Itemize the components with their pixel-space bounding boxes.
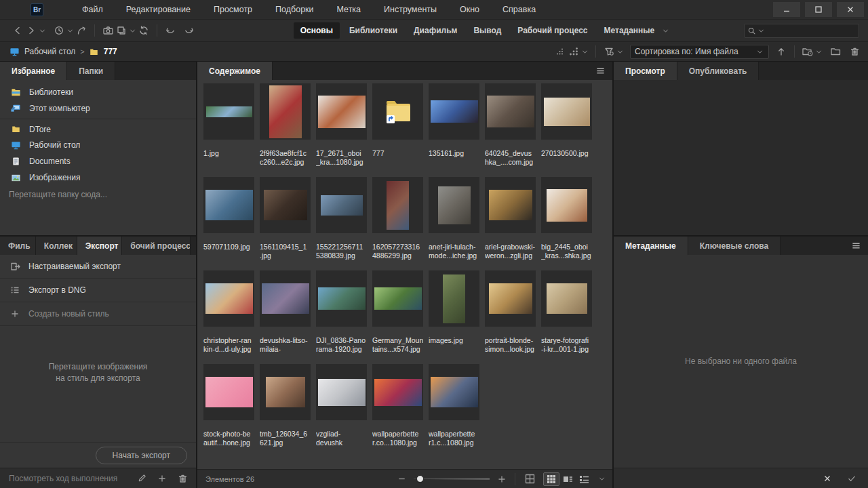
- image-thumbnail[interactable]: [203, 177, 254, 233]
- image-thumbnail[interactable]: [372, 270, 423, 327]
- image-thumbnail[interactable]: [485, 83, 536, 140]
- sidebar-item[interactable]: Изображения: [0, 169, 196, 186]
- export-tab[interactable]: Коллек: [36, 237, 77, 255]
- copy-files-icon[interactable]: [115, 24, 128, 37]
- favorites-tab[interactable]: Избранное: [0, 62, 67, 80]
- export-tab[interactable]: Экспорт: [77, 237, 123, 255]
- export-preset-item[interactable]: Настраиваемый экспорт: [0, 255, 196, 279]
- filter-chevron-icon[interactable]: [616, 45, 625, 58]
- maximize-button[interactable]: [805, 2, 832, 17]
- minimize-button[interactable]: [773, 2, 800, 17]
- close-button[interactable]: [837, 2, 864, 17]
- grid-item[interactable]: big_2445_oboi _kras...shka.jpg: [541, 177, 592, 260]
- content-panel-menu-icon[interactable]: [593, 64, 607, 78]
- sort-dropdown[interactable]: Сортировка по: Имя файла: [630, 45, 769, 59]
- camera-import-icon[interactable]: [101, 24, 115, 37]
- delete-icon[interactable]: [848, 45, 861, 58]
- image-thumbnail[interactable]: [260, 83, 311, 140]
- search-input[interactable]: [766, 26, 856, 35]
- panel-menu-icon[interactable]: [849, 239, 863, 253]
- image-thumbnail[interactable]: [541, 177, 592, 233]
- image-thumbnail[interactable]: [316, 364, 367, 420]
- new-folder-icon[interactable]: [829, 45, 842, 58]
- menu-item[interactable]: Файл: [71, 1, 115, 18]
- metadata-tab[interactable]: Ключевые слова: [688, 237, 781, 255]
- undo-icon[interactable]: [163, 24, 177, 37]
- folder-thumbnail[interactable]: [372, 83, 423, 140]
- sidebar-item[interactable]: Этот компьютер: [0, 100, 196, 117]
- image-thumbnail[interactable]: [541, 83, 592, 140]
- redo-icon[interactable]: [182, 24, 196, 37]
- grid-item[interactable]: wallpaperbette r.co...1080.jpg: [372, 364, 423, 447]
- grid-item[interactable]: 270130500.jpg: [541, 83, 592, 167]
- favorites-tab[interactable]: Папки: [67, 62, 115, 80]
- delete-preset-icon[interactable]: [176, 472, 189, 485]
- menu-item[interactable]: Редактирование: [115, 1, 202, 18]
- view-progress-link[interactable]: Посмотреть ход выполнения: [9, 474, 117, 483]
- image-thumbnail[interactable]: [260, 364, 311, 420]
- breadcrumb-current[interactable]: 777: [104, 47, 117, 56]
- image-thumbnail[interactable]: [316, 177, 367, 233]
- grid-view-button[interactable]: [543, 472, 559, 486]
- grid-item[interactable]: 17_2671_oboi _kra...1080.jpg: [316, 83, 367, 167]
- thumbnail-smaller-icon[interactable]: [395, 472, 408, 486]
- grid-item[interactable]: starye-fotografi -i-kr...001-1.jpg: [541, 270, 592, 354]
- edit-preset-icon[interactable]: [135, 472, 149, 485]
- grid-item[interactable]: 1.jpg: [203, 83, 254, 167]
- image-thumbnail[interactable]: [429, 270, 479, 327]
- grid-item[interactable]: christopher-ran kin-d...d-uly.jpg: [203, 270, 254, 354]
- sync-icon[interactable]: [137, 24, 151, 37]
- search-scope-chevron-icon[interactable]: [757, 24, 766, 37]
- image-thumbnail[interactable]: [203, 270, 254, 327]
- export-tab[interactable]: Филь: [0, 237, 36, 255]
- image-thumbnail[interactable]: [429, 364, 479, 420]
- menu-item[interactable]: Справка: [491, 1, 547, 18]
- image-thumbnail[interactable]: [203, 364, 254, 420]
- image-thumbnail[interactable]: [203, 83, 254, 140]
- workspace-tab[interactable]: Вывод: [467, 22, 508, 39]
- grid-item[interactable]: portrait-blonde- simon...look.jpg: [485, 270, 536, 354]
- image-thumbnail[interactable]: [316, 270, 367, 327]
- preview-quality-icon[interactable]: [567, 45, 580, 58]
- copy-files-chevron-icon[interactable]: [128, 24, 137, 37]
- menu-item[interactable]: Подборки: [264, 1, 325, 18]
- grid-item[interactable]: 640245_devus hka_....com.jpg: [485, 83, 536, 167]
- preview-tab[interactable]: Просмотр: [614, 62, 677, 80]
- recent-folders-icon[interactable]: [801, 45, 814, 58]
- metadata-tab[interactable]: Метаданные: [614, 237, 688, 255]
- export-preset-item[interactable]: Экспорт в DNG: [0, 279, 196, 302]
- slider-knob[interactable]: [416, 475, 424, 483]
- image-thumbnail[interactable]: [260, 270, 311, 327]
- image-thumbnail[interactable]: [485, 177, 536, 233]
- workspace-tab[interactable]: Рабочий процесс: [511, 22, 594, 39]
- image-thumbnail[interactable]: [260, 177, 311, 233]
- list-view-button[interactable]: [576, 472, 592, 486]
- image-thumbnail[interactable]: [429, 83, 479, 140]
- workspace-tab[interactable]: Метаданные: [597, 22, 662, 39]
- workspace-tab[interactable]: Диафильм: [407, 22, 464, 39]
- grid-item[interactable]: 162057273316 4886299.jpg: [372, 177, 423, 260]
- grid-item[interactable]: 777: [372, 83, 423, 167]
- sort-ascending-icon[interactable]: [774, 45, 788, 58]
- thumbnail-larger-icon[interactable]: [495, 472, 509, 486]
- recent-files-chevron-icon[interactable]: [66, 24, 75, 37]
- grid-item[interactable]: vzgliad-devushk a-blo...enie.jpg: [316, 364, 367, 447]
- workspace-tab[interactable]: Библиотеки: [342, 22, 404, 39]
- grid-item[interactable]: images.jpg: [429, 270, 479, 354]
- menu-item[interactable]: Окно: [448, 1, 491, 18]
- thumbnail-quality-icon[interactable]: [553, 45, 567, 58]
- export-tab[interactable]: бочий процесс: [122, 237, 191, 255]
- image-thumbnail[interactable]: [541, 270, 592, 327]
- recent-folders-chevron-icon[interactable]: [814, 45, 823, 58]
- grid-item[interactable]: anet-jiri-tulach- mode...iche.jpg: [429, 177, 479, 260]
- nav-history-chevron-icon[interactable]: [38, 24, 47, 37]
- sidebar-item[interactable]: DTore: [0, 119, 196, 137]
- menu-item[interactable]: Инструменты: [372, 1, 448, 18]
- back-icon[interactable]: [11, 24, 24, 37]
- sidebar-item[interactable]: Documents: [0, 153, 196, 169]
- thumbnail-size-slider[interactable]: [414, 474, 490, 484]
- return-to-app-icon[interactable]: [75, 24, 88, 37]
- grid-item[interactable]: devushka-litso- milaia-vzgliad.jpg: [260, 270, 311, 354]
- slider-track[interactable]: [414, 478, 490, 481]
- sidebar-item[interactable]: Библиотеки: [0, 84, 196, 100]
